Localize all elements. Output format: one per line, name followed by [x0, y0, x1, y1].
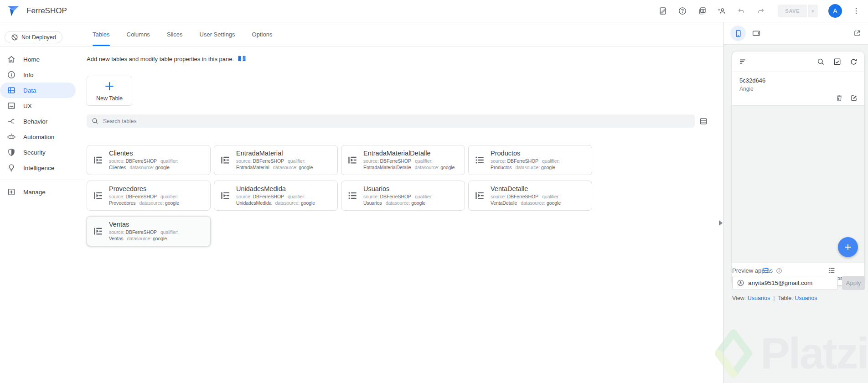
save-button[interactable]: SAVE [778, 5, 807, 17]
table-name: Usuarios [363, 185, 459, 192]
tables-pane: Add new tables and modify table properti… [85, 46, 723, 383]
table-name: UnidadesMedida [236, 185, 332, 192]
phone-preview-button[interactable] [730, 26, 746, 41]
save-dropdown-caret[interactable]: ▾ [808, 5, 818, 17]
table-card[interactable]: Usuarios source: DBFerreSHOPqualifier: U… [341, 181, 465, 211]
table-card[interactable]: Productos source: DBFerreSHOPqualifier: … [468, 145, 592, 175]
share-app-icon[interactable] [716, 5, 727, 16]
table-meta: source: DBFerreSHOPqualifier: Proveedore… [109, 193, 205, 206]
refresh-icon[interactable] [849, 57, 858, 66]
panel-divider [723, 22, 723, 383]
robot-icon [7, 132, 16, 141]
table-name: Clientes [109, 150, 205, 157]
emulator-search-icon[interactable] [816, 57, 825, 66]
preview-toolbar [723, 22, 868, 45]
table-meta: source: DBFerreSHOPqualifier: Ventasdata… [109, 229, 205, 242]
search-tables-bar [87, 114, 695, 128]
info-icon [7, 70, 16, 79]
preview-email-row: Apply [732, 276, 865, 290]
account-icon [737, 279, 744, 287]
tablet-preview-button[interactable] [749, 26, 764, 41]
tab-options[interactable]: Options [252, 22, 273, 46]
branch-icon [7, 117, 16, 126]
new-table-label: New Table [96, 95, 123, 102]
phone-icon [734, 29, 743, 38]
data-pane-tabs: Tables Columns Slices User Settings Opti… [85, 22, 723, 46]
record-id: 5c32d646 [739, 77, 857, 84]
search-tables-input[interactable] [103, 118, 690, 124]
table-name: Proveedores [109, 185, 205, 192]
sidebar-item-manage[interactable]: Manage [0, 184, 76, 200]
deploy-status-badge[interactable]: Not Deployed [5, 31, 62, 43]
table-meta: source: DBFerreSHOPqualifier: VentaDetal… [491, 193, 586, 206]
app-header: FerreSHOP SAVE ▾ A [0, 0, 868, 22]
delete-record-icon[interactable] [835, 94, 843, 102]
copy-app-icon[interactable] [697, 5, 708, 16]
manage-settings-icon [7, 187, 16, 197]
table-name: EntradaMaterial [236, 150, 332, 157]
sidebar-item-data[interactable]: Data [0, 83, 76, 98]
sidebar-item-home[interactable]: Home [0, 52, 76, 67]
email-field-wrapper [732, 276, 838, 290]
table-card[interactable]: Ventas source: DBFerreSHOPqualifier: Ven… [87, 216, 211, 246]
multi-select-checkbox-icon[interactable] [833, 57, 842, 66]
search-icon [91, 117, 99, 125]
table-card[interactable]: EntradaMaterialDetalle source: DBFerreSH… [341, 145, 465, 175]
lightbulb-icon [7, 163, 16, 172]
more-menu-icon[interactable] [851, 5, 862, 16]
tables-grid: Clientes source: DBFerreSHOPqualifier: C… [87, 145, 592, 246]
view-link[interactable]: Usuarios [748, 295, 770, 301]
sidebar-item-behavior[interactable]: Behavior [0, 114, 76, 129]
edit-record-icon[interactable] [850, 94, 858, 102]
tab-user-settings[interactable]: User Settings [200, 22, 235, 46]
record-row[interactable]: 5c32d646 Angie [732, 72, 864, 106]
preview-app-as: Preview app as [732, 267, 782, 274]
sidebar-item-security[interactable]: Security [0, 145, 76, 160]
table-name: EntradaMaterialDetalle [363, 150, 459, 157]
sidebar-item-info[interactable]: Info [0, 67, 76, 83]
table-list-icon [474, 191, 485, 201]
table-list-icon [474, 155, 485, 165]
new-table-button[interactable]: New Table [87, 76, 132, 106]
table-name: Ventas [109, 221, 205, 228]
tab-slices[interactable]: Slices [167, 22, 183, 46]
image-icon [7, 101, 16, 110]
panel-collapse-handle[interactable] [719, 220, 723, 226]
shield-icon [7, 148, 16, 157]
table-meta: source: DBFerreSHOPqualifier: Clientesda… [109, 158, 205, 171]
table-link[interactable]: Usuarios [795, 295, 817, 301]
help-icon[interactable] [677, 5, 688, 16]
table-view-toggle-icon[interactable] [699, 117, 708, 126]
table-card[interactable]: EntradaMaterial source: DBFerreSHOPquali… [214, 145, 338, 175]
table-card[interactable]: VentaDetalle source: DBFerreSHOPqualifie… [468, 181, 592, 211]
sidebar-item-intelligence[interactable]: Intelligence [0, 160, 76, 176]
tab-columns[interactable]: Columns [127, 22, 150, 46]
table-meta: source: DBFerreSHOPqualifier: Productosd… [491, 158, 586, 171]
preview-disabled-icon[interactable] [657, 5, 668, 16]
table-list-icon [93, 226, 103, 236]
info-tooltip-icon[interactable] [776, 268, 782, 274]
table-card[interactable]: Clientes source: DBFerreSHOPqualifier: C… [87, 145, 211, 175]
preview-panel: 5c32d646 Angie Usuarios [723, 22, 868, 383]
table-list-icon [93, 191, 103, 201]
table-card[interactable]: Proveedores source: DBFerreSHOPqualifier… [87, 181, 211, 211]
avatar[interactable]: A [828, 4, 842, 18]
redo-icon[interactable] [755, 5, 766, 16]
add-record-fab[interactable] [838, 237, 858, 257]
undo-icon[interactable] [736, 5, 747, 16]
appsheet-logo-icon [6, 5, 20, 17]
preview-email-input[interactable] [748, 279, 833, 286]
open-in-new-icon[interactable] [853, 29, 861, 37]
sidebar-divider [0, 180, 85, 180]
tab-tables[interactable]: Tables [93, 22, 110, 46]
sidebar-item-ux[interactable]: UX [0, 98, 76, 114]
plus-icon [843, 243, 852, 252]
table-card[interactable]: UnidadesMedida source: DBFerreSHOPqualif… [214, 181, 338, 211]
documentation-book-icon[interactable] [238, 55, 246, 62]
sort-menu-icon[interactable] [739, 57, 748, 66]
app-emulator: 5c32d646 Angie Usuarios [732, 52, 864, 285]
not-deployed-icon [11, 34, 18, 41]
apply-button[interactable]: Apply [842, 276, 865, 290]
table-list-icon [220, 191, 231, 201]
sidebar-item-automation[interactable]: Automation [0, 129, 76, 145]
